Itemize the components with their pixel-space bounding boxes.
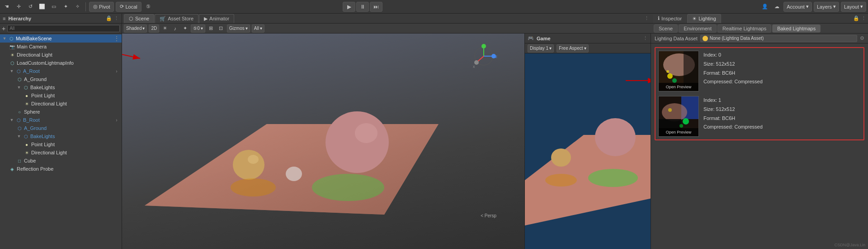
expand-arrow-icon: ▼ (2, 36, 7, 41)
local-button[interactable]: ⟳ Local (116, 2, 141, 12)
local-label: Local (125, 4, 137, 10)
hierarchy-item-multibakescene[interactable]: ▼ ⬡ MultiBakeScene ⋮ (0, 34, 122, 43)
unknown-tool-icon[interactable]: ⑤ (143, 2, 153, 12)
lighting-toggle-icon[interactable]: ☀ (161, 24, 169, 33)
hierarchy-item-bground[interactable]: ⬡ A_Ground (0, 124, 122, 132)
item-label: B_Root (23, 117, 40, 123)
hierarchy-item-dirlight-b[interactable]: ☀ Directional Light (0, 148, 122, 157)
svg-point-14 (231, 178, 276, 196)
hierarchy-item-pointlight-b[interactable]: ● Point Light (0, 140, 122, 148)
pivot-button[interactable]: ◎ Pivot (89, 2, 114, 12)
lightmap-entries-border: Open Preview Index: 0 Size: 512x512 Form… (655, 47, 864, 140)
add-hier-icon[interactable]: + (2, 25, 5, 32)
hierarchy-panel: ≡ Hierarchy 🔒 ⋮ + ▼ ⬡ MultiBakeScene ⋮ 📷 (0, 14, 122, 249)
grid-icon[interactable]: ⊞ (207, 24, 215, 33)
aspect-dropdown[interactable]: Free Aspect ▾ (557, 44, 588, 53)
tab-scene[interactable]: ⬡ Scene (124, 14, 154, 23)
obj3-icon: ⬡ (23, 84, 29, 91)
hierarchy-item-dir-light-1[interactable]: ☀ Directional Light (0, 51, 122, 59)
lock-icon[interactable]: 🔒 (106, 15, 112, 21)
2d-button[interactable]: 2D (149, 24, 159, 33)
size-label-0: Size: 512x512 (703, 60, 861, 69)
account-button[interactable]: Account ▾ (783, 2, 812, 12)
layer-dropdown[interactable]: ⑤0 ▾ (191, 24, 205, 33)
open-preview-btn-1[interactable]: Open Preview (659, 128, 698, 136)
display-dropdown[interactable]: Display 1 ▾ (528, 44, 554, 53)
obj5-icon: ⬡ (23, 133, 29, 139)
move-tool-icon[interactable]: ✛ (14, 2, 24, 12)
play-button[interactable]: ▶ (343, 2, 355, 12)
hierarchy-item-bakelights-b[interactable]: ▼ ⬡ BakeLights (0, 132, 122, 140)
hierarchy-item-dirlight-a[interactable]: ☀ Directional Light (0, 100, 122, 108)
hierarchy-item-aroot[interactable]: ▼ ⬡ A_Root › (0, 67, 122, 75)
game-more-icon[interactable]: ⋮ (643, 35, 648, 41)
cloud-icon[interactable]: ☁ (772, 2, 782, 12)
game-toolbar: Display 1 ▾ Free Aspect ▾ (525, 43, 651, 53)
transform-tool-icon[interactable]: ✦ (61, 2, 71, 12)
item-label: Cube (24, 158, 36, 163)
hierarchy-item-bakelights-a[interactable]: ▼ ⬡ BakeLights (0, 83, 122, 91)
shading-dropdown[interactable]: Shaded ▾ (124, 24, 147, 33)
layers-button[interactable]: Layers ▾ (814, 2, 839, 12)
lightmap-info-0: Index: 0 Size: 512x512 Format: BC6H Comp… (703, 51, 861, 86)
scene-icon2: ⬡ (129, 16, 133, 22)
hand-tool-icon[interactable]: ☚ (2, 2, 12, 12)
hierarchy-search-input[interactable] (7, 25, 120, 32)
hierarchy-item-sphere[interactable]: ○ Sphere (0, 108, 122, 116)
subtab-environment[interactable]: Environment (679, 24, 717, 33)
snap-icon[interactable]: ⊡ (217, 24, 225, 33)
layout-button[interactable]: Layout ▾ (841, 2, 866, 12)
audio-toggle-icon[interactable]: ♪ (171, 24, 179, 33)
collab-icon[interactable]: 👤 (760, 2, 770, 12)
gizmos-dropdown[interactable]: Gizmos ▾ (227, 24, 250, 33)
hierarchy-item-pointlight-a[interactable]: ● Point Light (0, 91, 122, 100)
settings-icon[interactable]: ⚙ (860, 35, 864, 41)
animator-icon: ▶ (204, 16, 208, 22)
fx-toggle-icon[interactable]: ✦ (181, 24, 189, 33)
local-icon: ⟳ (120, 4, 124, 10)
item-dots-icon[interactable]: ⋮ (113, 35, 120, 42)
expand-right-icon[interactable]: › (113, 69, 120, 74)
scene-viewport[interactable]: y z x < Persp (122, 34, 524, 249)
hierarchy-item-loadcustom[interactable]: ⬡ LoadCustomLightmapInfo (0, 59, 122, 67)
layout-chevron-icon: ▾ (860, 4, 863, 10)
more-icon[interactable]: ⋮ (114, 15, 119, 21)
tab-asset-store[interactable]: 🛒 Asset Store (155, 14, 198, 23)
subtab-realtime[interactable]: Realtime Lightmaps (717, 24, 771, 33)
open-preview-btn-0[interactable]: Open Preview (659, 83, 698, 91)
pause-button[interactable]: ⏸ (356, 2, 369, 12)
tab-animator[interactable]: ▶ Animator (199, 14, 234, 23)
expand-right2-icon[interactable]: › (113, 118, 120, 123)
hierarchy-item-main-camera[interactable]: 📷 Main Camera (0, 43, 122, 51)
scene-tabs-bar: ⬡ Scene 🛒 Asset Store ▶ Animator ⋮ (122, 14, 651, 24)
center-area: ⬡ Scene 🛒 Asset Store ▶ Animator ⋮ Shade… (122, 14, 651, 249)
open-preview-label-1: Open Preview (666, 130, 692, 134)
hierarchy-item-broot[interactable]: ▼ ⬡ B_Root › (0, 116, 122, 124)
lock2-icon[interactable]: 🔒 (853, 15, 859, 21)
hierarchy-item-cube[interactable]: □ Cube (0, 157, 122, 165)
hierarchy-item-reflprobe[interactable]: ◈ Reflection Probe (0, 165, 122, 173)
all-dropdown[interactable]: All ▾ (252, 24, 264, 33)
tab-lighting[interactable]: ☀ Lighting (687, 14, 721, 23)
custom-tool-icon[interactable]: ✧ (72, 2, 82, 12)
lighting-data-value-field[interactable]: None (Lighting Data Asset) (700, 35, 857, 42)
item-label: Main Camera (17, 44, 47, 49)
tab-inspector[interactable]: ℹ Inspector (653, 14, 687, 23)
more2-icon[interactable]: ⋮ (861, 15, 866, 21)
rect-tool-icon[interactable]: ▭ (49, 2, 59, 12)
game-panel: 🎮 Game ⋮ Display 1 ▾ Free Aspect ▾ (524, 34, 651, 249)
subtab-scene[interactable]: Scene (654, 24, 678, 33)
rotate-tool-icon[interactable]: ↺ (25, 2, 35, 12)
game-viewport[interactable] (525, 53, 651, 249)
watermark: CSDN@Java.Lin (835, 243, 865, 247)
all-label: All (254, 26, 259, 31)
scale-tool-icon[interactable]: ⬜ (37, 2, 47, 12)
scene-tabs-more-icon[interactable]: ⋮ (644, 15, 649, 21)
hierarchy-item-aground[interactable]: ⬡ A_Ground (0, 75, 122, 83)
step-button[interactable]: ⏭ (370, 2, 382, 12)
svg-point-36 (662, 103, 687, 121)
inspector-label: Inspector (661, 16, 682, 21)
item-label: LoadCustomLightmapInfo (17, 60, 74, 66)
subtab-baked[interactable]: Baked Lightmaps (772, 24, 821, 33)
subtab-env-label: Environment (684, 26, 712, 31)
